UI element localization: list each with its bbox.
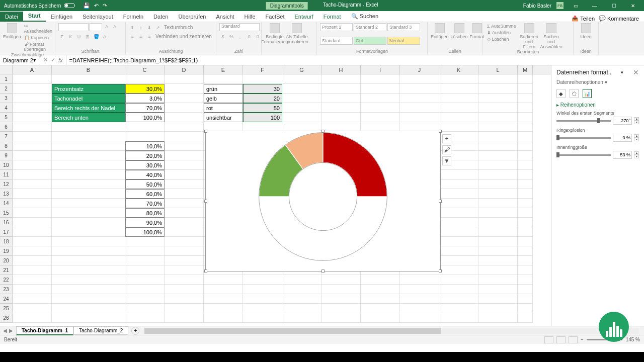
resize-handle[interactable] [204, 130, 207, 133]
cell[interactable] [282, 294, 321, 304]
font-size-select[interactable] [90, 23, 102, 31]
cell[interactable] [52, 199, 125, 208]
minimize-icon[interactable]: — [588, 0, 602, 11]
cell[interactable] [13, 285, 52, 294]
cell[interactable]: 100,0% [125, 113, 165, 122]
panel-close-button[interactable]: ✕ [633, 68, 639, 76]
chart-slice[interactable] [259, 197, 387, 260]
row-header[interactable]: 21 [0, 265, 13, 275]
cell[interactable]: 60,0% [125, 189, 165, 199]
cell[interactable] [478, 170, 518, 179]
row-header[interactable]: 4 [0, 103, 13, 113]
find-select-button[interactable]: Suchen und Auswählen [541, 23, 561, 49]
cell[interactable] [439, 246, 478, 256]
cell[interactable] [518, 256, 533, 265]
tab-start[interactable]: Start [23, 11, 46, 22]
align-right-icon[interactable]: ≡ [146, 33, 153, 40]
cell[interactable] [52, 285, 125, 294]
cell[interactable] [165, 189, 204, 199]
spin-down[interactable]: ▾ [634, 138, 639, 141]
cell[interactable] [478, 103, 518, 113]
cell[interactable] [518, 237, 533, 246]
wrap-text-button[interactable]: Textumbruch [163, 24, 194, 31]
sort-filter-button[interactable]: Sortieren und Filtern [519, 23, 539, 49]
cell[interactable]: 40,0% [125, 170, 165, 179]
cell[interactable] [282, 275, 321, 285]
cell[interactable] [165, 285, 204, 294]
row-header[interactable]: 12 [0, 179, 13, 189]
cell[interactable] [321, 113, 361, 122]
cell[interactable] [478, 141, 518, 151]
cell[interactable] [52, 132, 125, 141]
col-header[interactable]: I [361, 65, 400, 74]
font-color-button[interactable]: A [101, 33, 108, 40]
col-header[interactable]: C [125, 65, 165, 74]
cell[interactable] [13, 113, 52, 122]
cell[interactable] [52, 218, 125, 227]
cell[interactable] [165, 179, 204, 189]
cell[interactable] [400, 313, 439, 323]
spin-up[interactable]: ▴ [634, 117, 639, 121]
normal-view-button[interactable] [544, 336, 553, 343]
panel-options-dropdown[interactable]: Datenreihenoptionen ▾ [556, 79, 639, 85]
row-header[interactable]: 10 [0, 160, 13, 170]
cell[interactable] [13, 160, 52, 170]
cell[interactable] [13, 304, 52, 313]
cell[interactable] [165, 218, 204, 227]
col-header[interactable]: G [282, 65, 321, 74]
explosion-input[interactable] [613, 134, 632, 142]
style-gut[interactable]: Gut [354, 37, 386, 45]
cell[interactable] [13, 103, 52, 113]
cell[interactable] [165, 132, 204, 141]
cell[interactable] [518, 189, 533, 199]
resize-handle[interactable] [204, 200, 207, 203]
cell[interactable] [165, 160, 204, 170]
cell[interactable] [52, 151, 125, 160]
tab-factset[interactable]: FactSet [261, 12, 290, 22]
cell[interactable] [439, 84, 478, 94]
cell[interactable] [165, 227, 204, 237]
cell[interactable] [13, 218, 52, 227]
cell[interactable]: 50,0% [125, 179, 165, 189]
cell[interactable] [361, 304, 400, 313]
cell[interactable] [518, 313, 533, 323]
fill-color-button[interactable]: 🪣 [93, 33, 100, 40]
cell[interactable] [165, 170, 204, 179]
cell[interactable] [478, 113, 518, 122]
cell[interactable] [439, 208, 478, 218]
row-header[interactable]: 18 [0, 237, 13, 246]
cell[interactable] [321, 304, 361, 313]
cell[interactable] [518, 199, 533, 208]
page-break-view-button[interactable] [569, 336, 578, 343]
angle-input[interactable] [613, 117, 632, 125]
row-header[interactable]: 9 [0, 151, 13, 160]
row-header[interactable]: 24 [0, 294, 13, 304]
cell[interactable] [243, 74, 282, 84]
row-header[interactable]: 14 [0, 199, 13, 208]
tab-format[interactable]: Format [318, 12, 346, 22]
row-header[interactable]: 8 [0, 141, 13, 151]
cell[interactable] [439, 74, 478, 84]
cell[interactable] [243, 275, 282, 285]
cell[interactable] [478, 265, 518, 275]
cell[interactable] [165, 103, 204, 113]
cell[interactable] [282, 94, 321, 103]
cell[interactable] [125, 285, 165, 294]
cell[interactable] [400, 74, 439, 84]
decrease-decimal-icon[interactable]: .0 [254, 33, 261, 40]
cell[interactable] [439, 256, 478, 265]
cell[interactable] [282, 285, 321, 294]
bold-button[interactable]: F [58, 33, 65, 40]
cell[interactable] [13, 313, 52, 323]
tab-review[interactable]: Überprüfen [173, 12, 211, 22]
cell[interactable]: gelb [204, 94, 243, 103]
cell[interactable]: 100 [243, 113, 282, 122]
cell[interactable] [52, 179, 125, 189]
redo-icon[interactable]: ↷ [103, 3, 107, 9]
cell[interactable] [13, 74, 52, 84]
cell[interactable]: Tachonadel [52, 94, 125, 103]
worksheet-grid[interactable]: A B C D E F G H I J K L M 12Prozentsatz3… [0, 65, 551, 326]
cell[interactable] [518, 275, 533, 285]
fx-icon[interactable]: fx [58, 57, 63, 63]
toggle-switch[interactable] [64, 3, 75, 8]
